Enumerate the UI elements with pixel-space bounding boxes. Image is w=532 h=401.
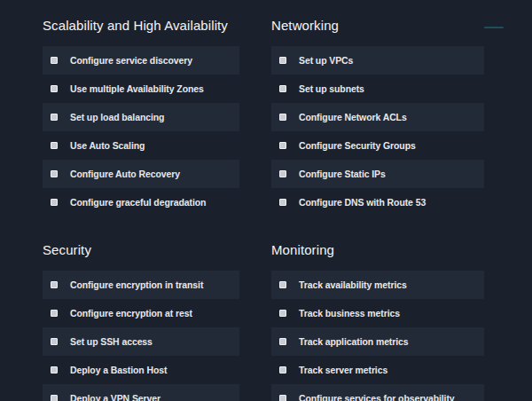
- checklist-item-label: Set up VPCs: [299, 55, 353, 66]
- unchecked-square-icon[interactable]: [279, 199, 286, 206]
- checklist-section: Monitoring Track availability metrics Tr…: [271, 240, 484, 401]
- unchecked-square-icon[interactable]: [51, 338, 58, 345]
- unchecked-square-icon[interactable]: [51, 281, 58, 288]
- checklist-item-label: Configure encryption at rest: [70, 308, 192, 318]
- unchecked-square-icon[interactable]: [279, 114, 286, 121]
- unchecked-square-icon[interactable]: [51, 395, 58, 401]
- checklist-item[interactable]: Configure DNS with Route 53: [271, 188, 484, 216]
- unchecked-square-icon[interactable]: [51, 366, 58, 373]
- unchecked-square-icon[interactable]: [279, 57, 286, 64]
- checklist-items: Configure encryption in transit Configur…: [43, 271, 239, 401]
- checklist-item[interactable]: Configure Auto Recovery: [43, 160, 239, 188]
- checklist-item[interactable]: Use Auto Scaling: [43, 131, 239, 160]
- checklist-item-label: Deploy a VPN Server: [70, 393, 160, 401]
- checklist-section: Networking Set up VPCs Set up subnets Co…: [271, 16, 484, 216]
- checklist-item[interactable]: Configure encryption in transit: [43, 271, 239, 299]
- unchecked-square-icon[interactable]: [51, 310, 58, 317]
- checklist-item-label: Track application metrics: [299, 336, 409, 347]
- checklist-item[interactable]: Track availability metrics: [271, 271, 484, 299]
- checklist-item[interactable]: Configure encryption at rest: [43, 299, 239, 327]
- unchecked-square-icon[interactable]: [279, 338, 286, 345]
- checklist-item[interactable]: Deploy a Bastion Host: [43, 356, 239, 384]
- unchecked-square-icon[interactable]: [279, 366, 286, 373]
- unchecked-square-icon[interactable]: [279, 281, 286, 288]
- unchecked-square-icon[interactable]: [279, 170, 286, 177]
- checklist-page: Scalability and High Availability Config…: [0, 0, 532, 401]
- checklist-item-label: Set up load balancing: [70, 112, 164, 122]
- checklist-section: Scalability and High Availability Config…: [43, 16, 239, 216]
- checklist-items: Set up VPCs Set up subnets Configure Net…: [271, 46, 484, 216]
- unchecked-square-icon[interactable]: [279, 142, 286, 149]
- checklist-item-label: Use Auto Scaling: [70, 140, 145, 151]
- checklist-item-label: Configure encryption in transit: [70, 279, 203, 290]
- checklist-item-label: Set up subnets: [299, 83, 364, 94]
- sections-grid: Scalability and High Availability Config…: [43, 16, 532, 401]
- checklist-section: Security Configure encryption in transit…: [43, 240, 239, 401]
- unchecked-square-icon[interactable]: [51, 114, 58, 121]
- checklist-item[interactable]: Set up load balancing: [43, 103, 239, 131]
- unchecked-square-icon[interactable]: [51, 170, 58, 177]
- checklist-item[interactable]: Configure Static IPs: [271, 160, 484, 188]
- section-title: Security: [43, 240, 239, 260]
- checklist-item-label: Configure graceful degradation: [70, 197, 206, 208]
- checklist-item[interactable]: Configure Security Groups: [271, 131, 484, 160]
- checklist-item[interactable]: Configure service discovery: [43, 46, 239, 75]
- checklist-item-label: Configure services for observability: [299, 393, 455, 401]
- checklist-item-label: Configure DNS with Route 53: [299, 197, 426, 208]
- checklist-item-label: Set up SSH access: [70, 336, 153, 347]
- checklist-item-label: Configure Network ACLs: [299, 112, 407, 122]
- collapse-dash-icon[interactable]: [484, 27, 504, 28]
- checklist-item-label: Configure Security Groups: [299, 140, 416, 151]
- checklist-item-label: Configure Auto Recovery: [70, 169, 180, 179]
- unchecked-square-icon[interactable]: [51, 85, 58, 92]
- checklist-item-label: Track business metrics: [299, 308, 400, 318]
- checklist-item[interactable]: Configure Network ACLs: [271, 103, 484, 131]
- checklist-item-label: Configure Static IPs: [299, 169, 386, 179]
- section-title: Networking: [271, 16, 484, 35]
- checklist-item[interactable]: Deploy a VPN Server: [43, 384, 239, 401]
- unchecked-square-icon[interactable]: [51, 57, 58, 64]
- checklist-items: Configure service discovery Use multiple…: [43, 46, 239, 216]
- checklist-items: Track availability metrics Track busines…: [271, 271, 484, 401]
- unchecked-square-icon[interactable]: [51, 199, 58, 206]
- checklist-item[interactable]: Track application metrics: [271, 327, 484, 356]
- unchecked-square-icon[interactable]: [279, 395, 286, 401]
- section-title: Scalability and High Availability: [43, 16, 239, 35]
- checklist-item[interactable]: Track server metrics: [271, 356, 484, 384]
- section-title: Monitoring: [271, 240, 484, 260]
- checklist-item-label: Deploy a Bastion Host: [70, 365, 167, 375]
- checklist-item-label: Track availability metrics: [299, 279, 407, 290]
- unchecked-square-icon[interactable]: [279, 310, 286, 317]
- checklist-item[interactable]: Configure graceful degradation: [43, 188, 239, 216]
- checklist-item[interactable]: Configure services for observability: [271, 384, 484, 401]
- checklist-item[interactable]: Set up subnets: [271, 75, 484, 103]
- checklist-item[interactable]: Set up VPCs: [271, 46, 484, 75]
- unchecked-square-icon[interactable]: [51, 142, 58, 149]
- checklist-item-label: Use multiple Availability Zones: [70, 83, 204, 94]
- checklist-item[interactable]: Set up SSH access: [43, 327, 239, 356]
- checklist-item[interactable]: Use multiple Availability Zones: [43, 75, 239, 103]
- checklist-item[interactable]: Track business metrics: [271, 299, 484, 327]
- unchecked-square-icon[interactable]: [279, 85, 286, 92]
- checklist-item-label: Configure service discovery: [70, 55, 192, 66]
- checklist-item-label: Track server metrics: [299, 365, 387, 375]
